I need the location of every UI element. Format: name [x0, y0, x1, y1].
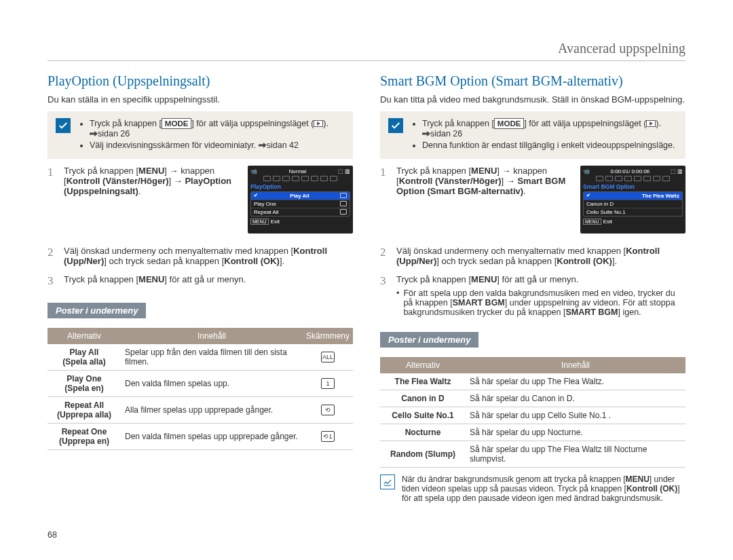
steps-list-right: 📹 0:00:01/ 0:00:06 ⬚ ▥ Smart BGM Option …: [380, 166, 685, 317]
precheck-item: Välj indexvisningsskärmen för videominia…: [90, 141, 328, 150]
camera-menu-item: Play All: [251, 192, 350, 200]
step-item: Välj önskad undermeny och menyalternativ…: [380, 246, 685, 266]
ref-arrow-icon: [90, 131, 98, 136]
table-header: Innehåll: [121, 328, 303, 344]
smartbgm-heading: Smart BGM Option (Smart BGM-alternativ): [380, 73, 685, 89]
step-item: Välj önskad undermeny och menyalternativ…: [48, 246, 353, 266]
table-row: The Flea Waltz Så här spelar du upp The …: [380, 373, 685, 390]
left-column: PlayOption (Uppspelningsalt) Du kan stäl…: [48, 73, 353, 503]
smartbgm-intro: Du kan titta på video med bakgrundsmusik…: [380, 94, 685, 105]
camera-mockup-right: 📹 0:00:01/ 0:00:06 ⬚ ▥ Smart BGM Option …: [580, 166, 685, 234]
step-item: 📹 Normal ⬚ ▥ PlayOption Play All Play On…: [48, 166, 353, 238]
repeat-all-icon: ⟲: [321, 405, 335, 415]
table-row: Canon in D Så här spelar du Canon in D.: [380, 390, 685, 407]
precheck-list-left: Tryck på knappen [MODE] för att välja up…: [79, 118, 328, 152]
page-number: 68: [48, 530, 57, 540]
playback-mode-icon: [646, 120, 656, 127]
ref-arrow-icon: [259, 143, 267, 148]
right-column: Smart BGM Option (Smart BGM-alternativ) …: [380, 73, 685, 503]
submenu-heading-left: Poster i undermeny: [48, 303, 146, 318]
camera-menu-item: The Flea Waltz: [584, 192, 682, 200]
table-row: Play One(Spela en) Den valda filmen spel…: [48, 371, 353, 397]
mode-key: MODE: [162, 118, 192, 129]
camera-menu-item: Repeat All: [251, 208, 350, 216]
steps-list-left: 📹 Normal ⬚ ▥ PlayOption Play All Play On…: [48, 166, 353, 288]
step-text: Tryck på knappen [MENU] → knappen [Kontr…: [64, 166, 231, 196]
submenu-heading-right: Poster i undermeny: [380, 332, 478, 348]
step-text: Tryck på knappen [MENU] → knappen [Kontr…: [396, 166, 565, 196]
repeat-one-icon: ⟲1: [321, 431, 335, 442]
step-item: 📹 0:00:01/ 0:00:06 ⬚ ▥ Smart BGM Option …: [380, 166, 685, 238]
play-one-icon: 1: [321, 378, 335, 389]
note-icon: [380, 474, 395, 489]
mode-key: MODE: [494, 118, 525, 129]
note-box: När du ändrar bakgrundsmusik genom att t…: [380, 474, 685, 503]
table-header: Skärmmeny: [303, 328, 353, 344]
playoption-intro: Du kan ställa in en specifik uppspelning…: [48, 94, 353, 105]
options-table-right: Alternativ Innehåll The Flea Waltz Så hä…: [380, 357, 685, 468]
table-row: Nocturne Så här spelar du upp Nocturne.: [380, 424, 685, 441]
table-row: Repeat All(Upprepa alla) Alla filmer spe…: [48, 397, 353, 424]
camera-title: Smart BGM Option: [583, 183, 683, 190]
precheck-list-right: Tryck på knappen [MODE] för att välja up…: [411, 118, 675, 152]
step-item: Tryck på knappen [MENU] för att gå ur me…: [48, 274, 353, 288]
precheck-box-right: Tryck på knappen [MODE] för att välja up…: [380, 111, 685, 159]
table-row: Repeat One(Upprepa en) Den valda filmen …: [48, 424, 353, 450]
camera-menu-item: Cello Suite No.1: [584, 208, 682, 216]
table-header: Innehåll: [466, 357, 685, 373]
table-header: Alternativ: [380, 357, 466, 373]
step-substep: För att spela upp den valda bakgrundsmus…: [396, 288, 685, 317]
table-header: Alternativ: [48, 328, 121, 344]
options-table-left: Alternativ Innehåll Skärmmeny Play All(S…: [48, 328, 353, 450]
check-icon: [56, 118, 71, 133]
camera-menu-item: Play One: [251, 200, 350, 208]
precheck-box-left: Tryck på knappen [MODE] för att välja up…: [48, 111, 353, 159]
camera-title: PlayOption: [250, 183, 350, 190]
camera-mockup-left: 📹 Normal ⬚ ▥ PlayOption Play All Play On…: [248, 166, 353, 234]
table-row: Play All(Spela alla) Spelar upp från den…: [48, 344, 353, 371]
precheck-item: Tryck på knappen [MODE] för att välja up…: [422, 118, 675, 138]
check-icon: [388, 118, 403, 133]
playoption-heading: PlayOption (Uppspelningsalt): [48, 73, 353, 89]
table-row: Random (Slump) Så här spelar du upp The …: [380, 441, 685, 468]
playback-mode-icon: [314, 120, 323, 127]
step-item: Tryck på knappen [MENU] för att gå ur me…: [380, 274, 685, 317]
camera-menu-item: Canon in D: [584, 200, 682, 208]
play-all-icon: ALL: [321, 352, 335, 362]
precheck-item: Denna funktion är endast tillgänglig i e…: [422, 141, 675, 150]
precheck-item: Tryck på knappen [MODE] för att välja up…: [90, 118, 328, 138]
ref-arrow-icon: [422, 131, 430, 136]
page-header: Avancerad uppspelning: [48, 41, 685, 61]
table-row: Cello Suite No.1 Så här spelar du upp Ce…: [380, 407, 685, 424]
